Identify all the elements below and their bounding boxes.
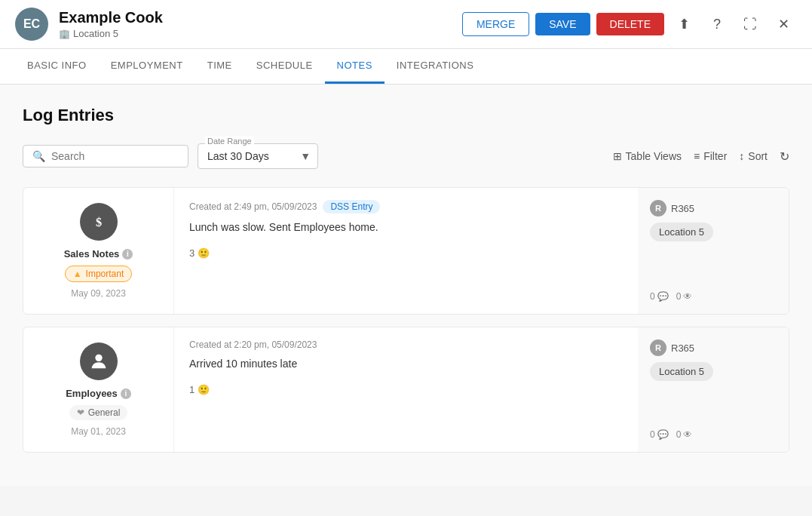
user-location-text: Location 5 (73, 28, 118, 39)
search-icon: 🔍 (32, 150, 45, 162)
refresh-button[interactable]: ↻ (780, 149, 789, 164)
card-author-2: R R365 (650, 339, 694, 356)
info-icon-2[interactable]: i (121, 389, 131, 399)
tab-notes[interactable]: NOTES (325, 49, 385, 84)
dss-badge-1: DSS Entry (323, 200, 380, 213)
tab-employment[interactable]: EMPLOYMENT (99, 49, 195, 84)
general-badge: ❤ General (69, 405, 128, 420)
comment-count-1: 0 (650, 291, 655, 302)
toolbar: 🔍 Date Range Last 30 Days Last 7 Days La… (23, 143, 789, 169)
view-stat-1: 0 👁 (676, 291, 693, 302)
important-badge: ▲ Important (65, 266, 133, 282)
comment-count-2: 0 (650, 429, 655, 440)
main-content: Log Entries 🔍 Date Range Last 30 Days La… (0, 84, 812, 486)
comment-icon-2: 💬 (657, 429, 669, 440)
date-range-wrapper: Date Range Last 30 Days Last 7 Days Last… (198, 143, 318, 169)
card-left-2: Employees i ❤ General May 01, 2023 (23, 327, 174, 452)
sales-notes-icon: $ (80, 203, 118, 241)
card-type-label-1: Sales Notes (64, 248, 120, 260)
card-reactions-1: 3 🙂 (189, 247, 623, 259)
filter-button[interactable]: ≡ Filter (694, 150, 727, 162)
view-count-2: 0 (676, 429, 682, 440)
table-views-icon: ⊞ (613, 150, 622, 162)
save-button[interactable]: SAVE (535, 13, 590, 35)
user-name: Example Cook (59, 9, 163, 26)
comment-icon-1: 💬 (657, 291, 669, 302)
author-name-1: R365 (671, 203, 694, 214)
reaction-count-1: 3 (189, 247, 195, 259)
filter-icon: ≡ (694, 150, 700, 162)
card-date-2: May 01, 2023 (71, 426, 126, 437)
table-views-button[interactable]: ⊞ Table Views (613, 150, 682, 162)
upload-button[interactable]: ⬆ (670, 11, 697, 38)
author-avatar-1: R (650, 200, 666, 217)
top-bar: EC Example Cook 🏢 Location 5 MERGE SAVE … (0, 0, 812, 49)
filter-label: Filter (703, 150, 727, 162)
date-range-label: Date Range (205, 137, 254, 146)
user-info: Example Cook 🏢 Location 5 (59, 9, 163, 39)
employees-icon (80, 342, 118, 380)
card-author-1: R R365 (650, 200, 694, 217)
location-badge-2[interactable]: Location 5 (650, 362, 713, 381)
card-type-label-2: Employees (66, 388, 118, 399)
comment-stat-2: 0 💬 (650, 429, 669, 440)
tab-integrations[interactable]: INTEGRATIONS (385, 49, 486, 84)
toolbar-right: ⊞ Table Views ≡ Filter ↕ Sort ↻ (613, 149, 789, 164)
card-message-1: Lunch was slow. Sent Employees home. (189, 220, 623, 235)
delete-button[interactable]: DELETE (596, 13, 664, 35)
info-icon-1[interactable]: i (122, 249, 133, 260)
search-box[interactable]: 🔍 (23, 145, 188, 167)
badge-label-1: Important (86, 269, 124, 279)
close-button[interactable]: ✕ (770, 11, 797, 38)
expand-button[interactable]: ⛶ (737, 11, 764, 38)
card-reactions-2: 1 🙂 (189, 384, 623, 395)
card-message-2: Arrived 10 minutes late (189, 356, 623, 372)
card-meta-1: Created at 2:49 pm, 05/09/2023 DSS Entry (189, 200, 623, 213)
log-card: $ Sales Notes i ▲ Important May 09, 2023… (23, 187, 789, 315)
card-stats-1: 0 💬 0 👁 (650, 291, 692, 302)
tab-schedule[interactable]: SCHEDULE (244, 49, 325, 84)
card-middle-2: Created at 2:20 pm, 05/09/2023 Arrived 1… (174, 327, 638, 452)
table-views-label: Table Views (626, 150, 682, 162)
user-location: 🏢 Location 5 (59, 28, 163, 39)
avatar: EC (15, 8, 48, 41)
card-left-1: $ Sales Notes i ▲ Important May 09, 2023 (23, 188, 174, 314)
section-title: Log Entries (23, 106, 789, 125)
location-icon: 🏢 (59, 29, 70, 39)
sort-button[interactable]: ↕ Sort (739, 150, 768, 162)
location-badge-1[interactable]: Location 5 (650, 223, 713, 241)
card-right-2: R R365 Location 5 0 💬 0 👁 (638, 327, 789, 452)
created-at-2: Created at 2:20 pm, 05/09/2023 (189, 339, 317, 350)
search-input[interactable] (51, 150, 179, 162)
top-bar-right: MERGE SAVE DELETE ⬆ ? ⛶ ✕ (462, 11, 797, 38)
emoji-icon-2: 🙂 (198, 384, 210, 395)
reaction-count-2: 1 (189, 384, 195, 395)
view-icon-1: 👁 (683, 291, 692, 302)
tab-basic-info[interactable]: BASIC INFO (15, 49, 99, 84)
help-button[interactable]: ? (703, 11, 731, 38)
badge-label-2: General (88, 407, 121, 418)
card-type-1: Sales Notes i (64, 248, 133, 260)
merge-button[interactable]: MERGE (462, 12, 529, 36)
view-stat-2: 0 👁 (676, 429, 693, 440)
log-card-2: Employees i ❤ General May 01, 2023 Creat… (23, 327, 789, 453)
svg-point-2 (95, 355, 102, 361)
warning-icon: ▲ (73, 269, 82, 279)
card-stats-2: 0 💬 0 👁 (650, 429, 692, 440)
date-range-select[interactable]: Last 30 Days Last 7 Days Last 90 Days Cu… (198, 143, 318, 169)
sort-label: Sort (748, 150, 768, 162)
tab-time[interactable]: TIME (195, 49, 244, 84)
created-at-1: Created at 2:49 pm, 05/09/2023 (189, 201, 317, 212)
sort-icon: ↕ (739, 150, 744, 162)
general-icon: ❤ (77, 407, 84, 418)
card-right-1: R R365 Location 5 0 💬 0 👁 (638, 188, 789, 314)
author-avatar-2: R (650, 339, 666, 356)
comment-stat-1: 0 💬 (650, 291, 669, 302)
card-meta-2: Created at 2:20 pm, 05/09/2023 (189, 339, 623, 350)
svg-text:$: $ (95, 215, 101, 229)
view-count-1: 0 (676, 291, 682, 302)
card-middle-1: Created at 2:49 pm, 05/09/2023 DSS Entry… (174, 188, 638, 314)
author-name-2: R365 (671, 342, 694, 354)
emoji-icon-1: 🙂 (198, 247, 210, 259)
view-icon-2: 👁 (683, 429, 692, 440)
